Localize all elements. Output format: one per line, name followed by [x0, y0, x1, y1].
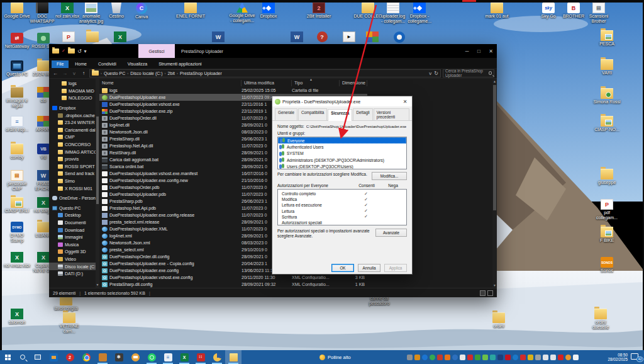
ok-button[interactable]: OK: [331, 264, 354, 272]
sidebar-item-rossi-sport[interactable]: ROSSI SPORT: [49, 163, 96, 171]
desktop-icon-vetrine-cam[interactable]: VETRINE cam...: [53, 312, 85, 334]
user-group-row-administrators-desktop-jpq3ocr-administrators[interactable]: Administrators (DESKTOP-JPQ3OCR\Administ…: [278, 157, 406, 163]
taskbar-app-red2[interactable]: [62, 350, 78, 364]
tray-phone-gray-icon[interactable]: [535, 355, 541, 360]
sidebar-item-onedrive-person[interactable]: OneDrive - Person: [49, 195, 96, 202]
address-dropdown-icon[interactable]: v: [429, 71, 431, 76]
column-header-size[interactable]: Dimensione: [340, 80, 367, 86]
sidebar-item-musica[interactable]: Musica: [49, 241, 96, 248]
modify-button[interactable]: Modifica...: [372, 172, 407, 180]
ribbon-tab-condividi[interactable]: Condividi: [93, 60, 121, 68]
sidebar-item-cmp[interactable]: CMP: [49, 134, 96, 141]
desktop-icon-item[interactable]: [104, 31, 136, 43]
desktop-icon-giuseppe[interactable]: giuseppe: [591, 169, 623, 185]
user-group-row-everyone[interactable]: Everyone: [278, 137, 406, 144]
desktop-icon-enel-fornit[interactable]: ENEL FORNIT: [175, 3, 206, 19]
desktop-icon-item[interactable]: [203, 31, 234, 43]
ribbon-tab-file[interactable]: File: [52, 60, 69, 68]
desktop-icon-sonos[interactable]: Sonos: [591, 257, 623, 273]
tray-red-2-icon[interactable]: [520, 355, 526, 360]
qat-dropdown-icon[interactable]: ▾: [84, 48, 87, 54]
dialog-tab-compatibilit[interactable]: Compatibilità: [298, 108, 327, 120]
taskbar-app-explorer[interactable]: [225, 350, 242, 364]
sidebar-scrollbar[interactable]: ▼: [96, 79, 99, 288]
dialog-tab-generale[interactable]: Generale: [275, 108, 297, 120]
desktop-icon-item[interactable]: [384, 31, 415, 43]
desktop-icon-canva[interactable]: Canva: [126, 3, 157, 20]
tray-grid-orange-icon[interactable]: [445, 355, 450, 360]
breadcrumb-item-questo-pc[interactable]: Questo PC: [104, 71, 125, 76]
sidebar-item-dropbox-cache[interactable]: .dropbox.cache: [49, 111, 96, 119]
user-group-row-system[interactable]: SYSTEM: [278, 151, 406, 157]
tray-doc-white-icon[interactable]: [460, 355, 465, 360]
tray-leaf-green-icon[interactable]: [475, 355, 480, 360]
breadcrumb-item-2bit[interactable]: 2bit: [168, 71, 175, 76]
taskbar-app-reddots[interactable]: [192, 350, 209, 364]
permission-row-lettura[interactable]: Lettura✓: [278, 208, 406, 214]
users-groups-list[interactable]: EveryoneAuthenticated UsersSYSTEMAdminis…: [277, 137, 407, 169]
column-header-name[interactable]: Nome: [99, 80, 242, 86]
desktop-icon-pdf-collegam[interactable]: pdf collegam...: [591, 199, 623, 220]
sidebar-item-provvis[interactable]: provvis: [49, 156, 96, 163]
desktop-icon-mark-01-aut[interactable]: mark 01 aut: [481, 3, 513, 19]
file-list-scrollbar[interactable]: ▲ ▼: [492, 79, 497, 288]
undo-icon[interactable]: ↺: [77, 48, 82, 54]
sidebar-item-immag-artico[interactable]: IMMAG ARTICO: [49, 148, 96, 156]
desktop-icon-f-bike[interactable]: F BIKE: [591, 227, 623, 243]
sidebar-item-logs[interactable]: logs: [49, 80, 96, 88]
tray-circle-blue-icon[interactable]: [422, 355, 428, 360]
desktop-icon-scansioni-brother[interactable]: Scansioni Brother: [583, 3, 614, 24]
table-row-prestasharp-dll-config[interactable]: PrestaSharp.dll.config28/09/2021 09:32XM…: [99, 281, 367, 288]
tray-speaker-white-icon[interactable]: [550, 355, 556, 360]
dialog-tab-versioni-precedenti[interactable]: Versioni precedenti: [374, 108, 409, 120]
permission-row-scrittura[interactable]: Scrittura✓: [278, 214, 406, 220]
sidebar-item-disco-locale-c[interactable]: Disco locale (C:): [49, 263, 96, 270]
tray-gdrive-icon[interactable]: [430, 355, 435, 360]
breadcrumb-item-disco-locale-c[interactable]: Disco locale (C:): [130, 71, 162, 76]
ribbon-tab-visualizza[interactable]: Visualizza: [123, 60, 152, 68]
desktop-icon-vari[interactable]: VARI: [591, 59, 623, 76]
user-group-row-authenticated-users[interactable]: Authenticated Users: [278, 144, 406, 150]
history-dropdown-icon[interactable]: v: [70, 71, 78, 76]
desktop-icon-2bit-installer[interactable]: 2Bit Installer: [303, 3, 335, 19]
column-header-modified[interactable]: Ultima modifica: [242, 80, 292, 86]
taskbar-app-whatsapp[interactable]: [143, 350, 160, 364]
sidebar-item-immagini[interactable]: Immagini: [49, 234, 96, 241]
tray-teal-app-icon[interactable]: [490, 355, 496, 360]
taskbar-app-chrome[interactable]: [78, 350, 94, 364]
tray-display-white-icon[interactable]: [543, 355, 548, 360]
details-view-icon[interactable]: [480, 290, 486, 296]
up-icon[interactable]: ↑: [80, 71, 87, 76]
dialog-tab-dettagli[interactable]: Dettagli: [353, 108, 372, 120]
tray-swirl-blue-icon[interactable]: [513, 355, 518, 360]
breadcrumb-item-prestashop-uploader[interactable]: PrestaShop Uploader: [180, 71, 222, 76]
taskbar-app-excelapp[interactable]: [176, 350, 192, 364]
desktop-icon-ordini-dueselle[interactable]: ordini dueselle: [585, 309, 616, 330]
thumbnails-view-icon[interactable]: [487, 290, 493, 296]
sidebar-item-dropbox[interactable]: Dropbox: [49, 105, 96, 112]
ribbon-manage-tab[interactable]: Gestisci: [138, 44, 175, 58]
desktop-icon-dropbox-collegame[interactable]: Dropbox - collegame...: [404, 3, 435, 24]
sidebar-item-23-24-winter-1[interactable]: 23-24 WINTER (1: [49, 119, 96, 127]
task-view-button[interactable]: [30, 350, 45, 364]
desktop-icon-simona-rossi[interactable]: Simona Rossi: [591, 88, 623, 105]
desktop-icon-item[interactable]: [77, 31, 108, 43]
scroll-down-icon[interactable]: ▼: [492, 283, 497, 287]
sidebar-item-download[interactable]: Download: [49, 226, 96, 234]
quick-check-icon[interactable]: ✓: [62, 48, 65, 54]
search-input[interactable]: Cerca in PrestaShop Uploader: [443, 69, 494, 77]
tray-leaf-green-2-icon[interactable]: [482, 355, 488, 360]
permission-row-autorizzazioni-speciali[interactable]: Autorizzazioni speciali: [278, 220, 406, 225]
sidebar-item-video[interactable]: Video: [49, 256, 96, 263]
taskbar-clock[interactable]: 08:50 28/02/2025: [608, 350, 628, 364]
advanced-button[interactable]: Avanzate: [375, 229, 407, 237]
cancel-button[interactable]: Annulla: [358, 264, 380, 272]
taskbar-app-orangeapp[interactable]: [94, 350, 111, 364]
desktop-icon-dropbox[interactable]: Dropbox: [253, 3, 284, 19]
quick-folder-icon[interactable]: [68, 48, 75, 54]
dialog-titlebar[interactable]: Proprietà - DuePrestashopUploader.exe ✕: [272, 96, 412, 106]
desktop-icon-pesca[interactable]: PESCA: [591, 30, 623, 47]
sidebar-item-concorso[interactable]: CONCORSO: [49, 141, 96, 149]
tray-navy-app-icon[interactable]: [497, 355, 503, 360]
tray-mail-orange-icon[interactable]: [414, 355, 420, 360]
